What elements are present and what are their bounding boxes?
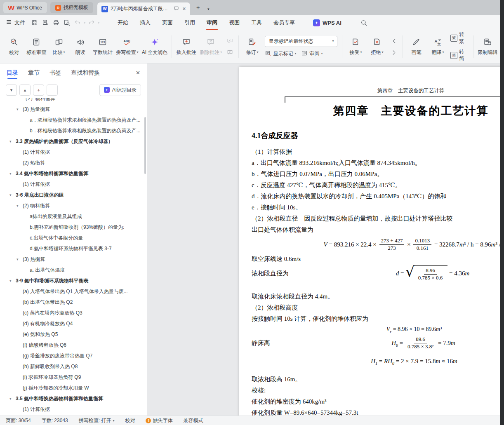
menu-tab[interactable]: 审阅 bbox=[201, 15, 223, 30]
new-tab-button[interactable]: ＋ bbox=[195, 4, 201, 12]
ribbon-button-compare[interactable]: 比较▾ bbox=[48, 35, 70, 58]
tab-chapters[interactable]: 章节 bbox=[28, 63, 40, 82]
ribbon-button-proofread[interactable]: 校对 bbox=[3, 35, 25, 58]
toc-expand-arrow-icon[interactable]: ▾ bbox=[9, 171, 16, 176]
toc-item[interactable]: ▾(3) 热量衡算 bbox=[0, 104, 147, 115]
ribbon-button-next-comment[interactable] bbox=[225, 48, 235, 56]
word-count-indicator[interactable]: 字数: 23043 bbox=[42, 417, 68, 424]
redo-chevron-icon[interactable]: ▾ bbox=[98, 21, 99, 25]
toc-item[interactable]: a排出的废液量及其组成 bbox=[0, 211, 147, 222]
compatibility-mode-indicator[interactable]: 兼容模式 bbox=[183, 417, 203, 424]
wps-ai-button[interactable]: ✦ WPS AI bbox=[313, 19, 341, 26]
toc-expand-arrow-icon[interactable]: ▾ bbox=[16, 107, 23, 111]
ribbon-button-word-count[interactable]: 123字数统计 bbox=[91, 35, 115, 58]
ribbon-button-to-simplified[interactable]: 简转简 bbox=[450, 48, 469, 62]
menu-tab[interactable]: 页面 bbox=[156, 15, 179, 30]
redo-icon[interactable] bbox=[86, 18, 97, 28]
toc-expand-button[interactable]: ▴ bbox=[19, 85, 31, 96]
menu-tab[interactable]: 会员专享 bbox=[268, 15, 301, 30]
ribbon-button-ink-pen[interactable]: 画笔 bbox=[405, 35, 427, 58]
file-menu[interactable]: 文件 bbox=[6, 19, 25, 26]
undo-chevron-icon[interactable]: ▾ bbox=[84, 21, 85, 25]
ribbon-button-insert-comment[interactable]: 插入批注 bbox=[174, 35, 198, 58]
toc-item[interactable]: (1) 计算依据 bbox=[0, 404, 147, 415]
ribbon-button-translate[interactable]: A文翻译▾ bbox=[427, 35, 448, 58]
toc-item[interactable]: (d) 有机物冷凝放热 Q4 bbox=[0, 318, 147, 329]
save-icon[interactable] bbox=[29, 18, 40, 28]
missing-font-warning[interactable]: ! 缺失字体 bbox=[146, 417, 172, 424]
ribbon-button-review-pane[interactable]: 审阅▾ bbox=[301, 50, 323, 58]
toc-expand-arrow-icon[interactable]: ▾ bbox=[9, 397, 16, 401]
toc-item[interactable]: (i) 求循环冷却器热负荷 Q9 bbox=[0, 372, 147, 383]
toc-collapse-button[interactable]: ▾ bbox=[6, 85, 17, 96]
toc-expand-arrow-icon[interactable]: ▾ bbox=[9, 139, 16, 143]
close-tab-icon[interactable]: ✕ bbox=[182, 6, 186, 12]
toc-item[interactable]: c.出塔气体中各组分的量 bbox=[0, 232, 147, 243]
ribbon-button-spell-check[interactable]: ABC拼写检查▾ bbox=[114, 35, 140, 58]
print-preview-icon[interactable] bbox=[61, 18, 72, 28]
toc-zoom-in-button[interactable]: ＋ bbox=[33, 85, 44, 96]
ribbon-button-restrict-editing[interactable]: 限制编辑 bbox=[476, 35, 499, 58]
tab-bookmarks[interactable]: 书签 bbox=[49, 63, 61, 82]
toc-zoom-out-button[interactable]: － bbox=[47, 85, 58, 96]
menu-tab[interactable]: 工具 bbox=[245, 15, 268, 30]
toc-item[interactable]: (c) 蒸汽在塔内冷凝放热 Q3 bbox=[0, 308, 147, 318]
toc-item[interactable]: (f) 硫酸稀释放热 Q6 bbox=[0, 340, 147, 350]
toc-expand-arrow-icon[interactable]: ▾ bbox=[9, 279, 16, 283]
ribbon-button-track-changes[interactable]: 修订▾ bbox=[241, 35, 263, 58]
toc-item[interactable]: (a) 入塔气体带出热 Q1 入塔气体带入热量与废... bbox=[0, 286, 147, 297]
toc-item[interactable]: (j) 循环冷却器的冷却水用量 W bbox=[0, 383, 147, 393]
toc-expand-arrow-icon[interactable]: ▾ bbox=[16, 257, 23, 261]
docer-template-tab[interactable]: D 找稻壳模板 bbox=[50, 2, 93, 13]
menu-tab[interactable]: 视图 bbox=[223, 15, 245, 30]
tab-contents[interactable]: 目录 bbox=[7, 63, 18, 82]
document-page[interactable]: 第四章 主要设备的工艺计算 第四章 主要设备的工艺计算 4.1合成反应器（1）计… bbox=[239, 67, 500, 416]
ribbon-button-to-traditional[interactable]: 繁转繁 bbox=[450, 31, 469, 45]
ribbon-button-prev-revision[interactable] bbox=[389, 37, 399, 45]
toc-item[interactable]: (1) 计算依据 bbox=[0, 147, 147, 157]
wps-home-tab[interactable]: W WPS Office bbox=[3, 2, 47, 13]
toc-item[interactable]: (e) 氨和放热 Q5 bbox=[0, 329, 147, 340]
toc-item[interactable]: (b) 出塔气体带出热 Q2 bbox=[0, 297, 147, 308]
ai-recognize-toc-button[interactable]: ✦ AI识别目录 bbox=[99, 84, 141, 96]
proofread-indicator[interactable]: 校对 bbox=[125, 417, 135, 424]
ribbon-button-standard-review[interactable]: 标准审查 bbox=[25, 35, 48, 58]
ribbon-button-prev-comment[interactable] bbox=[225, 37, 235, 45]
toc-item[interactable]: (g) 塔釜排放的废液带出热量 Q7 bbox=[0, 350, 147, 361]
toc-expand-arrow-icon[interactable]: ▾ bbox=[16, 204, 23, 208]
search-icon[interactable] bbox=[360, 19, 367, 26]
ribbon-button-ai-polish[interactable]: AI 全文润色 bbox=[140, 35, 170, 58]
document-tab[interactable]: W 2万吨年丙烯腈合成工段的工艺 ✕ bbox=[97, 2, 190, 15]
toc-item[interactable]: ▾(3) 热衡算 bbox=[0, 254, 147, 265]
menu-tab[interactable]: 开始 bbox=[112, 15, 134, 30]
toc-item[interactable]: ▾(2) 物料衡算 bbox=[0, 200, 147, 211]
toc-item[interactable]: (h) 新鲜吸收剂带入热 Q8 bbox=[0, 361, 147, 372]
sidebar-close-icon[interactable]: ✕ bbox=[136, 70, 140, 76]
ribbon-button-reject[interactable]: 拒绝▾ bbox=[366, 35, 388, 58]
toc-item[interactable]: ▾3.4 氨中和塔物料衡算和热量衡算 bbox=[0, 168, 147, 179]
toc-item[interactable]: (1) 计算依据 bbox=[0, 179, 147, 190]
toc-item[interactable]: b.需补充的新鲜吸收剂（93%硫酸）的量为: bbox=[0, 222, 147, 232]
toc-item[interactable]: a. 出塔气体温度 bbox=[0, 265, 147, 275]
undo-icon[interactable] bbox=[72, 18, 83, 28]
toc-expand-arrow-icon[interactable]: ▾ bbox=[9, 193, 16, 197]
ribbon-button-delete-comment[interactable]: 删除批注▾ bbox=[198, 35, 224, 58]
tab-find-replace[interactable]: 查找和替换 bbox=[71, 63, 100, 82]
page-indicator[interactable]: 页面: 30/54 bbox=[6, 417, 31, 424]
menu-tab[interactable]: 引用 bbox=[179, 15, 201, 30]
toc-item[interactable]: a．浓相段热衡算求浓相段换热装置的热负荷及产... bbox=[0, 115, 147, 125]
toc-item[interactable]: ▾3-9 氨中和塔循环系统物料平衡表 bbox=[0, 275, 147, 286]
toc-item[interactable]: b．稀相段热衡算求稀相段换热装置的热负荷及产... bbox=[0, 125, 147, 136]
ribbon-button-read-aloud[interactable]: 朗读 bbox=[70, 35, 91, 58]
toc-item[interactable]: ▾3-6 塔底出口液体的组 bbox=[0, 190, 147, 200]
toc-item[interactable]: ▾3.5 氨中和塔换热器物料衡算和热量衡算 bbox=[0, 393, 147, 404]
toc-item[interactable]: d.氨中和塔循环系统物料平衡见表 3-7 bbox=[0, 243, 147, 254]
ribbon-button-accept[interactable]: 接受▾ bbox=[345, 35, 366, 58]
menu-tab[interactable]: 插入 bbox=[134, 15, 156, 30]
markup-state-combobox[interactable]: 显示标记的最终状态▾ bbox=[265, 36, 337, 47]
toc-scrollbar-thumb[interactable] bbox=[144, 117, 146, 174]
tab-list-chevron-icon[interactable]: ▾ bbox=[207, 7, 210, 11]
toc-item[interactable]: （2）物料衡算 bbox=[0, 98, 147, 104]
toc-item[interactable]: (2) 热衡算 bbox=[0, 157, 147, 168]
print-icon[interactable] bbox=[51, 18, 61, 28]
